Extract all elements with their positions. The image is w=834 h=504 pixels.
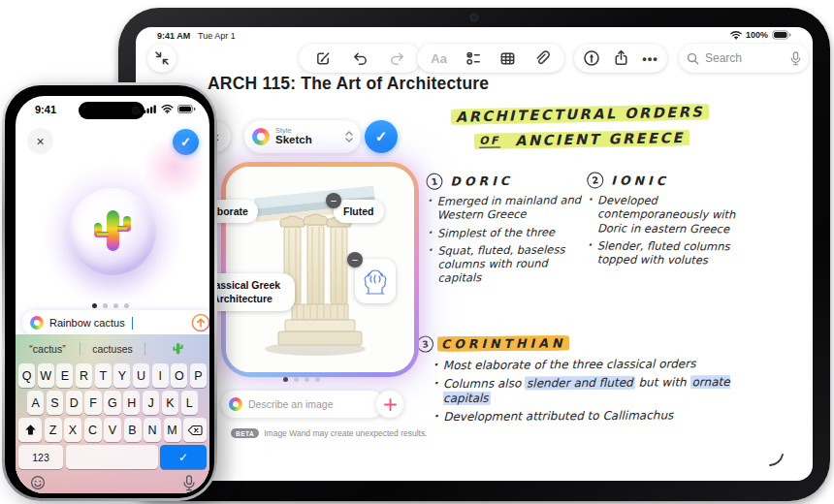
minus-icon: − (331, 195, 337, 206)
key-Z[interactable]: Z (45, 418, 62, 442)
close-icon: × (36, 134, 44, 149)
section-doric: 1DORIC Emerged in mainland and Western G… (426, 172, 584, 289)
iphone-bezel: 9:41 × ✓ (5, 85, 214, 498)
hw-heading-line2: OF ANCIENT GREECE (470, 128, 693, 150)
key-D[interactable]: D (66, 391, 82, 415)
style-value: Sketch (275, 134, 339, 146)
beta-note-text: Image Wand may create unexpected results… (264, 428, 427, 438)
genmoji-page-dots (92, 303, 129, 308)
key-V[interactable]: V (104, 418, 121, 442)
note-title: ARCH 115: The Art of Architecture (208, 74, 489, 94)
space-key[interactable] (66, 445, 158, 469)
key-Q[interactable]: Q (18, 363, 35, 388)
key-R[interactable]: R (76, 363, 92, 388)
dynamic-island (79, 102, 144, 119)
key-E[interactable]: E (56, 363, 73, 388)
doric-bullet-3: Squat, fluted, baseless columns with rou… (427, 242, 584, 285)
emoji-keyboard-icon[interactable] (30, 475, 46, 490)
chip-fluted[interactable]: Fluted (334, 200, 384, 223)
key-B[interactable]: B (124, 418, 142, 442)
ionic-bullet-2: Slender, fluted columns topped with volu… (587, 238, 759, 268)
genmoji-result-bubble (69, 188, 156, 275)
key-N[interactable]: N (144, 418, 161, 442)
ipad-device: 9:41 AM Tue Apr 1 100% Aa ••• (118, 8, 830, 501)
backspace-key[interactable] (183, 418, 207, 442)
style-label: Style (275, 127, 339, 135)
key-M[interactable]: M (164, 418, 181, 442)
iphone-status-icons (144, 105, 196, 113)
image-wand-accept-button[interactable]: ✓ (365, 120, 398, 153)
ionic-bullet-1: Developed contemporaneously with Doric i… (587, 193, 759, 236)
key-J[interactable]: J (143, 391, 159, 415)
key-P[interactable]: P (190, 363, 207, 388)
image-playground-icon (30, 316, 44, 330)
key-T[interactable]: T (95, 363, 112, 388)
key-O[interactable]: O (171, 363, 187, 388)
image-playground-icon (252, 128, 270, 145)
describe-placeholder: Describe an image (248, 398, 334, 410)
beta-badge: BETA (231, 428, 259, 438)
sketch-thumbnail-chip[interactable] (355, 259, 396, 303)
suggestion-1[interactable]: “cactus” (16, 338, 80, 360)
hw-heading-line1: ARCHITECTURAL ORDERS (444, 102, 716, 126)
describe-image-input[interactable]: Describe an image (221, 391, 384, 418)
doric-bullet-1: Emerged in mainland and Western Greece (427, 193, 584, 222)
beta-disclaimer: BETA Image Wand may create unexpected re… (231, 428, 428, 438)
keyboard-row-4: 123 ✓ (18, 445, 207, 470)
suggestion-2[interactable]: cactuses (80, 338, 144, 360)
key-L[interactable]: L (181, 391, 198, 415)
iphone-device: 9:41 × ✓ (2, 82, 217, 501)
suggestion-bar: “cactus” cactuses (16, 338, 209, 360)
card-page-dots (283, 377, 320, 382)
corinthian-bullet-3: Development attributed to Callimachus (433, 407, 754, 424)
front-camera (132, 107, 140, 114)
check-icon: ✓ (375, 128, 388, 145)
section-ionic: 2IONIC Developed contemporaneously with … (587, 172, 760, 270)
prompt-text: Rainbow cactus (49, 317, 125, 329)
corinthian-bullet-1: Most elaborate of the three classical or… (433, 357, 754, 373)
genmoji-prompt-input[interactable]: Rainbow cactus (22, 310, 209, 335)
key-U[interactable]: U (133, 363, 149, 388)
key-I[interactable]: I (152, 363, 169, 388)
key-A[interactable]: A (27, 391, 44, 415)
battery-icon (177, 105, 196, 113)
send-prompt-button[interactable] (191, 313, 209, 332)
key-W[interactable]: W (38, 363, 54, 388)
image-playground-icon (229, 397, 242, 411)
cellular-signal-icon (144, 105, 157, 113)
return-key[interactable]: ✓ (160, 445, 207, 469)
doric-bullet-2: Simplest of the three (427, 225, 584, 240)
key-X[interactable]: X (64, 418, 81, 442)
wifi-icon (161, 105, 174, 113)
dictation-mic-icon[interactable] (183, 475, 195, 491)
remove-fluted-button[interactable]: − (326, 193, 341, 208)
iphone-screen: 9:41 × ✓ (16, 96, 209, 493)
key-G[interactable]: G (104, 391, 120, 415)
keyboard-row-1: QWERTYUIOP (18, 363, 207, 388)
shift-key[interactable] (18, 418, 42, 442)
numbers-key[interactable]: 123 (18, 445, 63, 469)
rainbow-cactus-image (93, 207, 132, 256)
keyboard-row-3: ZXCVBNM (18, 418, 207, 442)
minus-icon: − (352, 254, 358, 266)
key-C[interactable]: C (84, 418, 102, 442)
key-K[interactable]: K (162, 391, 178, 415)
key-H[interactable]: H (123, 391, 140, 415)
column-sketch-icon (361, 265, 390, 298)
suggestion-cactus-emoji[interactable] (145, 338, 209, 360)
style-picker[interactable]: Style Sketch (244, 120, 361, 153)
genmoji-close-button[interactable]: × (27, 128, 53, 154)
keyboard-footer (16, 472, 209, 493)
chevron-up-down-icon (345, 130, 353, 143)
keyboard-row-2: ASDFGHJKL (27, 391, 198, 415)
key-S[interactable]: S (47, 391, 63, 415)
remove-sketch-button[interactable]: − (347, 252, 363, 268)
page-curl-icon[interactable] (768, 452, 789, 467)
section-corinthian-bullets: Most elaborate of the three classical or… (433, 357, 754, 428)
ipad-front-camera (471, 15, 477, 20)
add-prompt-button[interactable] (376, 391, 403, 418)
text-cursor (132, 317, 134, 330)
key-Y[interactable]: Y (113, 363, 130, 388)
key-F[interactable]: F (84, 391, 101, 415)
section-corinthian-head: 3CORINTHIAN (417, 334, 565, 352)
